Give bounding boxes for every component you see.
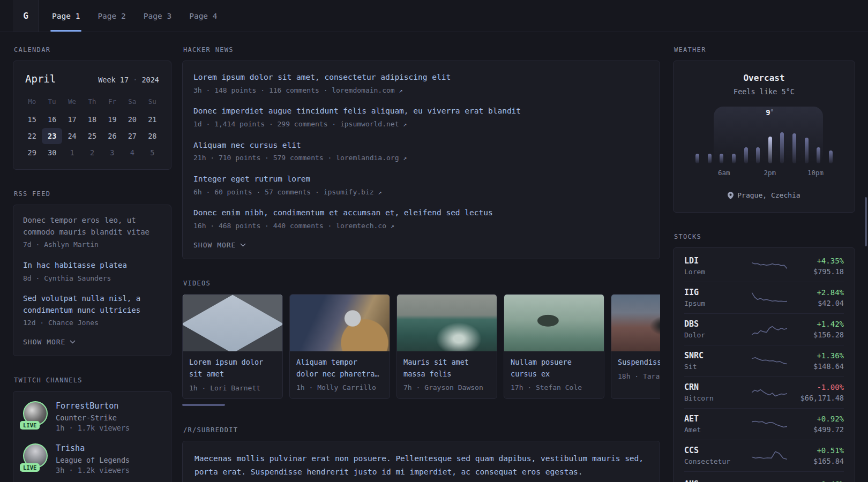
tab-page-1[interactable]: Page 1 (50, 0, 81, 32)
video-meta: 7h · Grayson Dawson (403, 383, 490, 391)
stock-change-percent: -1.00% (800, 383, 844, 391)
app-logo[interactable]: G (13, 0, 39, 32)
section-title-subreddit: /R/SUBREDDIT (183, 426, 660, 434)
calendar-day[interactable]: 2 (82, 145, 102, 161)
video-card[interactable]: Aliquam tempor dolor nec pharetra… 1h · … (289, 294, 390, 399)
external-link-icon: ↗ (391, 222, 394, 230)
calendar-day[interactable]: 20 (122, 111, 142, 127)
carousel-scrollbar-thumb[interactable] (182, 404, 225, 406)
external-link-icon: ↗ (399, 87, 403, 94)
stock-identity: DBS Dolor (684, 319, 744, 339)
calendar-month: April (25, 73, 56, 85)
rss-item-meta: 12d · Chance Jones (23, 318, 161, 328)
stock-name: Consectetur (684, 457, 744, 465)
stock-price: $42.04 (817, 299, 844, 307)
calendar-day[interactable]: 18 (82, 111, 102, 127)
page-scrollbar-thumb[interactable] (865, 197, 867, 246)
weather-card: Overcast Feels like 5°C 9° 6am 2pm 10pm … (673, 61, 855, 213)
video-meta: 18h · Tara (618, 372, 660, 380)
calendar-day[interactable]: 24 (62, 128, 82, 144)
video-title[interactable]: Aliquam tempor dolor nec pharetra… (296, 357, 383, 380)
calendar-day[interactable]: 21 (143, 111, 162, 127)
stocks-section: STOCKS LDI Lorem +4.35% $795.18 IIG Ipsu… (673, 233, 855, 482)
hackernews-item-title[interactable]: Integer eget rutrum lorem (193, 174, 649, 185)
stock-row[interactable]: CCS Consectetur +0.51% $165.84 (684, 440, 844, 471)
calendar-day[interactable]: 17 (62, 111, 82, 127)
twitch-channel-name[interactable]: ForrestBurton (56, 401, 130, 411)
video-card[interactable]: Mauris sit amet massa felis 7h · Grayson… (396, 294, 497, 399)
calendar-day[interactable]: 22 (22, 128, 42, 144)
stock-identity: CRN Bitcorn (684, 382, 744, 402)
tab-page-4[interactable]: Page 4 (188, 0, 219, 32)
hackernews-item-title[interactable]: Aliquam nec cursus elit (193, 140, 649, 152)
videos-section: VIDEOS Lorem ipsum dolor sit amet consec… (182, 280, 660, 406)
hackernews-item-title[interactable]: Lorem ipsum dolor sit amet, consectetur … (193, 72, 649, 84)
calendar-day[interactable]: 5 (143, 145, 162, 161)
calendar-day[interactable]: 19 (102, 111, 122, 127)
stock-change-percent: +0.92% (813, 415, 844, 423)
video-title[interactable]: Nullam posuere cursus ex (511, 357, 597, 380)
video-thumbnail (504, 295, 604, 351)
stocks-card: LDI Lorem +4.35% $795.18 IIG Ipsum +2.84… (673, 247, 855, 482)
section-title-rss: RSS FEED (14, 190, 171, 198)
tab-page-3[interactable]: Page 3 (142, 0, 173, 32)
calendar-day[interactable]: 30 (42, 145, 62, 161)
weather-bar (744, 147, 748, 163)
rss-item-title[interactable]: In hac habitasse platea (23, 260, 161, 272)
calendar-day[interactable]: 1 (62, 145, 82, 161)
rss-item: Donec tempor eros leo, ut commodo mauris… (23, 215, 161, 250)
weather-bar (768, 137, 772, 163)
calendar-year: 2024 (141, 76, 159, 84)
twitch-channel[interactable]: LIVE Trisha League of Legends 3h · 1.2k … (23, 443, 161, 475)
calendar-day-selected[interactable]: 23 (42, 128, 62, 144)
stock-row[interactable]: AHS +0.46% (684, 471, 844, 482)
hackernews-item-title[interactable]: Donec imperdiet augue tincidunt felis al… (193, 106, 649, 117)
calendar-day[interactable]: 3 (102, 145, 122, 161)
calendar-day[interactable]: 28 (143, 128, 162, 144)
stock-row[interactable]: AET Amet +0.92% $499.72 (684, 408, 844, 440)
video-meta: 17h · Stefan Cole (511, 383, 597, 391)
twitch-card: LIVE ForrestBurton Counter-Strike 1h · 1… (13, 391, 171, 482)
calendar-day[interactable]: 27 (122, 128, 142, 144)
video-caption: Mauris sit amet massa felis 7h · Grayson… (397, 351, 497, 398)
calendar-day[interactable]: 25 (82, 128, 102, 144)
hackernews-item-title[interactable]: Donec enim nibh, condimentum et accumsan… (193, 207, 649, 219)
stock-price: $499.72 (813, 425, 844, 434)
stock-identity: AET Amet (684, 414, 744, 434)
weather-location[interactable]: Prague, Czechia (684, 191, 844, 199)
calendar-day[interactable]: 26 (102, 128, 122, 144)
subreddit-post-title[interactable]: Maecenas mollis pulvinar erat non posuer… (194, 452, 648, 478)
rss-section: RSS FEED Donec tempor eros leo, ut commo… (13, 190, 171, 356)
calendar-day[interactable]: 4 (122, 145, 142, 161)
weather-bar (792, 133, 796, 163)
location-pin-icon (728, 192, 734, 199)
video-title[interactable]: Suspendisse diam (618, 357, 660, 368)
hackernews-item: Donec imperdiet augue tincidunt felis al… (193, 106, 649, 129)
rss-item-title[interactable]: Sed volutpat nulla nisl, a condimentum n… (23, 293, 161, 316)
rss-item-title[interactable]: Donec tempor eros leo, ut commodo mauris… (23, 215, 161, 238)
rss-show-more-button[interactable]: SHOW MORE (23, 338, 161, 346)
stock-sparkline (752, 259, 787, 273)
stock-row[interactable]: LDI Lorem +4.35% $795.18 (684, 251, 844, 282)
rss-item: In hac habitasse platea 8d · Cynthia Sau… (23, 260, 161, 283)
video-card[interactable]: Suspendisse diam 18h · Tara (611, 294, 660, 399)
stock-row[interactable]: SNRC Sit +1.36% $148.64 (684, 345, 844, 376)
external-link-icon: ↗ (403, 154, 407, 162)
video-title[interactable]: Lorem ipsum dolor sit amet consectetu… (189, 357, 276, 380)
calendar-day[interactable]: 16 (42, 111, 62, 127)
chevron-down-icon (240, 243, 246, 247)
calendar-day[interactable]: 15 (22, 111, 42, 127)
twitch-channel-name[interactable]: Trisha (56, 443, 130, 453)
stock-symbol: DBS (684, 319, 744, 329)
hackernews-show-more-button[interactable]: SHOW MORE (193, 241, 649, 249)
tab-page-2[interactable]: Page 2 (96, 0, 127, 32)
video-card[interactable]: Nullam posuere cursus ex 17h · Stefan Co… (504, 294, 604, 399)
video-title[interactable]: Mauris sit amet massa felis (403, 357, 490, 380)
twitch-channel[interactable]: LIVE ForrestBurton Counter-Strike 1h · 1… (23, 401, 161, 432)
stock-row[interactable]: CRN Bitcorn -1.00% $66,171.48 (684, 376, 844, 408)
stock-row[interactable]: IIG Ipsum +2.84% $42.04 (684, 282, 844, 313)
calendar-day[interactable]: 29 (22, 145, 42, 161)
stock-row[interactable]: DBS Dolor +1.42% $156.28 (684, 313, 844, 345)
video-card[interactable]: Lorem ipsum dolor sit amet consectetu… 1… (182, 294, 283, 399)
page-tabs: Page 1Page 2Page 3Page 4 (50, 0, 219, 32)
